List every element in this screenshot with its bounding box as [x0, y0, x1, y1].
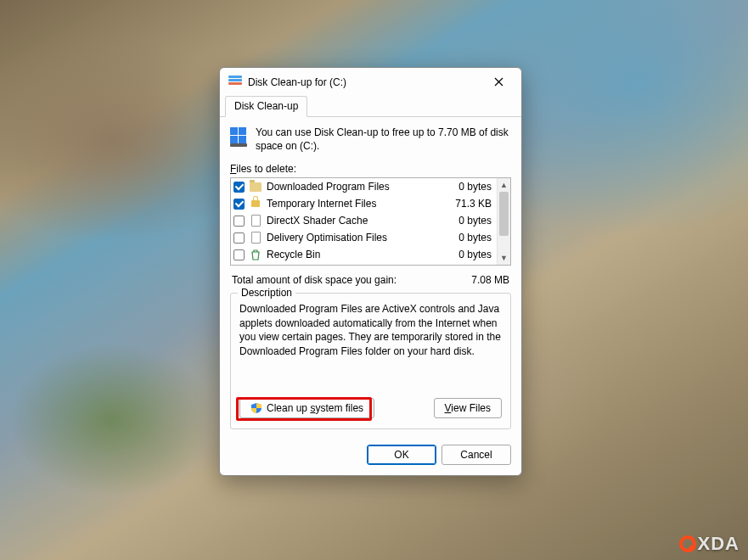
disk-cleanup-icon	[228, 76, 242, 89]
description-text: Downloaded Program Files are ActiveX con…	[239, 302, 502, 358]
file-row[interactable]: Recycle Bin0 bytes	[231, 246, 497, 263]
total-value: 7.08 MB	[471, 274, 509, 286]
page-icon	[249, 231, 262, 244]
close-button[interactable]	[482, 71, 515, 93]
titlebar[interactable]: Disk Clean-up for (C:)	[220, 68, 521, 93]
total-label: Total amount of disk space you gain:	[232, 274, 471, 286]
folder-icon	[249, 180, 262, 193]
file-name: Downloaded Program Files	[267, 181, 436, 193]
page-icon	[249, 214, 262, 227]
files-to-delete-label: Files to delete:	[230, 163, 511, 175]
scroll-up-icon[interactable]: ▲	[498, 178, 510, 192]
cancel-button[interactable]: Cancel	[441, 445, 511, 465]
file-checkbox[interactable]	[233, 182, 245, 193]
file-row[interactable]: Temporary Internet Files71.3 KB	[231, 195, 497, 212]
file-row[interactable]: Delivery Optimisation Files0 bytes	[231, 229, 497, 246]
file-checkbox[interactable]	[233, 232, 245, 244]
window-title: Disk Clean-up for (C:)	[248, 76, 482, 88]
total-row: Total amount of disk space you gain: 7.0…	[232, 274, 509, 286]
dialog-footer: OK Cancel	[220, 436, 521, 475]
file-name: Delivery Optimisation Files	[267, 232, 436, 244]
watermark: XDA	[679, 533, 740, 555]
ok-button[interactable]: OK	[367, 445, 436, 465]
scroll-thumb[interactable]	[499, 192, 509, 236]
watermark-logo-icon	[679, 535, 696, 552]
file-size: 71.3 KB	[441, 198, 492, 210]
disk-cleanup-dialog: Disk Clean-up for (C:) Disk Clean-up You…	[219, 67, 522, 476]
file-name: DirectX Shader Cache	[267, 215, 436, 227]
files-listbox[interactable]: Downloaded Program Files0 bytesTemporary…	[230, 177, 511, 266]
file-name: Recycle Bin	[267, 249, 436, 260]
file-name: Temporary Internet Files	[267, 198, 436, 210]
tab-strip: Disk Clean-up	[220, 93, 521, 117]
file-size: 0 bytes	[441, 215, 492, 227]
view-files-button[interactable]: View Files	[434, 398, 502, 418]
description-title: Description	[238, 287, 295, 299]
info-text: You can use Disk Clean-up to free up to …	[256, 126, 511, 153]
drive-icon	[230, 126, 247, 153]
recycle-icon	[249, 248, 262, 261]
watermark-text: XDA	[698, 533, 740, 555]
lock-icon	[249, 197, 262, 210]
file-size: 0 bytes	[441, 232, 492, 244]
file-checkbox[interactable]	[233, 249, 245, 260]
description-group: Description Downloaded Program Files are…	[230, 293, 511, 428]
tab-disk-cleanup[interactable]: Disk Clean-up	[225, 96, 307, 117]
scroll-down-icon[interactable]: ▼	[498, 251, 510, 265]
uac-shield-icon	[250, 402, 262, 414]
file-size: 0 bytes	[441, 249, 492, 260]
file-size: 0 bytes	[441, 181, 492, 193]
file-checkbox[interactable]	[233, 199, 245, 210]
file-row[interactable]: Downloaded Program Files0 bytes	[231, 178, 497, 195]
cleanup-system-files-button[interactable]: Clean up system files	[239, 398, 374, 418]
scrollbar[interactable]: ▲ ▼	[497, 178, 510, 265]
info-row: You can use Disk Clean-up to free up to …	[230, 126, 511, 153]
file-row[interactable]: DirectX Shader Cache0 bytes	[231, 212, 497, 229]
file-checkbox[interactable]	[233, 216, 245, 227]
close-icon	[494, 77, 503, 87]
